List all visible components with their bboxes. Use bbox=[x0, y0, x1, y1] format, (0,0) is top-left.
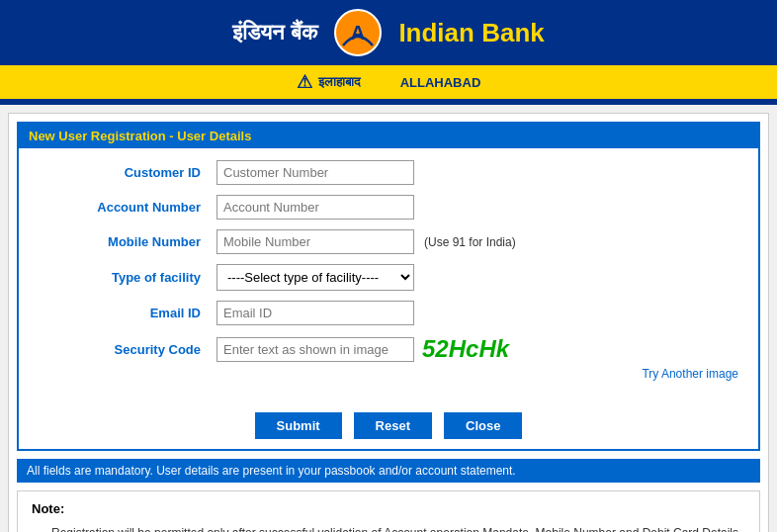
mobile-number-label: Mobile Number bbox=[39, 234, 216, 249]
submit-button[interactable]: Submit bbox=[255, 412, 342, 439]
note-item-1: Registration will be permitted only afte… bbox=[51, 524, 745, 532]
header-top: इंडियन बैंक A Indian Bank bbox=[0, 0, 777, 65]
account-number-input[interactable] bbox=[216, 195, 414, 220]
facility-label: Type of facility bbox=[39, 270, 216, 285]
security-code-row: Security Code 52HcHk bbox=[39, 335, 738, 363]
close-button[interactable]: Close bbox=[444, 412, 522, 439]
email-input[interactable] bbox=[216, 301, 414, 325]
account-number-row: Account Number bbox=[39, 195, 738, 220]
mobile-hint: (Use 91 for India) bbox=[424, 235, 516, 249]
blue-divider bbox=[0, 99, 777, 105]
allahabad-en-label: ALLAHABAD bbox=[400, 75, 481, 90]
allahabad-hindi-label: इलाहाबाद bbox=[318, 74, 361, 90]
mobile-number-input[interactable] bbox=[216, 229, 414, 254]
svg-text:A: A bbox=[351, 22, 365, 44]
main-content: New User Registration - User Details Cus… bbox=[8, 113, 769, 532]
security-code-input[interactable] bbox=[216, 337, 414, 362]
reset-button[interactable]: Reset bbox=[354, 412, 432, 439]
note-title: Note: bbox=[32, 501, 745, 516]
try-another-link[interactable]: Try Another image bbox=[216, 367, 738, 381]
bank-logo-icon: A bbox=[333, 8, 383, 57]
button-row: Submit Reset Close bbox=[19, 412, 758, 439]
allahabad-english-item: ALLAHABAD bbox=[400, 75, 481, 90]
captcha-image-text: 52HcHk bbox=[422, 335, 509, 363]
facility-select[interactable]: ----Select type of facility---- bbox=[216, 264, 414, 291]
english-bank-name: Indian Bank bbox=[398, 18, 544, 48]
security-code-label: Security Code bbox=[39, 342, 216, 357]
facility-row: Type of facility ----Select type of faci… bbox=[39, 264, 738, 291]
mobile-number-row: Mobile Number (Use 91 for India) bbox=[39, 229, 738, 254]
email-row: Email ID bbox=[39, 301, 738, 325]
hindi-bank-name: इंडियन बैंक bbox=[232, 20, 317, 45]
note-list: Registration will be permitted only afte… bbox=[32, 524, 745, 532]
form-title: New User Registration - User Details bbox=[19, 124, 758, 148]
email-label: Email ID bbox=[39, 306, 216, 320]
note-section: Note: Registration will be permitted onl… bbox=[17, 490, 760, 532]
form-body: Customer ID Account Number Mobile Number… bbox=[19, 148, 758, 400]
registration-form: New User Registration - User Details Cus… bbox=[17, 122, 760, 451]
mandatory-note-bar: All fields are mandatory. User details a… bbox=[17, 459, 760, 483]
header-bottom: ⚠ इलाहाबाद ALLAHABAD bbox=[0, 65, 777, 99]
customer-id-row: Customer ID bbox=[39, 160, 738, 185]
account-number-label: Account Number bbox=[39, 200, 216, 215]
customer-id-label: Customer ID bbox=[39, 165, 216, 180]
allahabad-logo-icon: ⚠ bbox=[297, 71, 312, 93]
allahabad-hindi-item: ⚠ इलाहाबाद bbox=[297, 71, 361, 93]
customer-id-input[interactable] bbox=[216, 160, 414, 185]
